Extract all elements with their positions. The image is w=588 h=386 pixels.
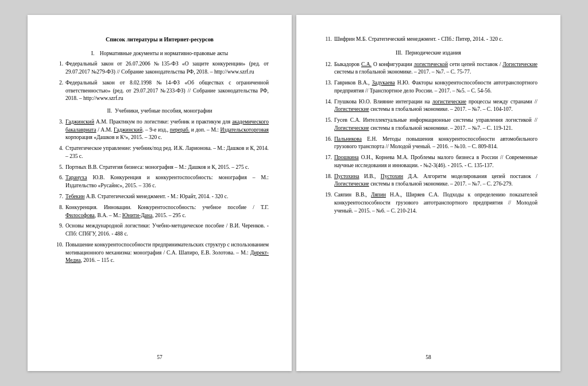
- ref-9: 9. Основы международной логистики: Учебн…: [51, 222, 269, 238]
- ref-5: 5. Портных В.В. Стратегия бизнеса: моног…: [51, 164, 269, 172]
- ref-2: 2. Федеральный закон от 8.02.1998 №14-ФЗ…: [51, 79, 269, 103]
- section-3-heading: III. Периодические издания: [319, 49, 537, 57]
- ref-1: 1. Федеральный закон от 26.07.2006 №135-…: [51, 60, 269, 76]
- page-number-right: 58: [296, 354, 560, 362]
- underline-akad: академического: [232, 119, 269, 125]
- underline-tar: Тарануха: [65, 175, 87, 180]
- section-2-heading: II. Учебники, учебные пособия, монографи…: [51, 107, 269, 115]
- underline-pust2: Пустохин: [381, 173, 403, 179]
- underline-prosh: Прошкина: [334, 155, 359, 160]
- underline-log3: логистические: [432, 99, 466, 105]
- underline-log4: Логистические: [334, 106, 369, 112]
- ref-8: 8. Конкуренция. Инновации. Конкурентоспо…: [51, 204, 269, 220]
- underline-log1: логистической: [414, 61, 448, 67]
- underline-fil: Философова: [65, 213, 95, 218]
- underline-direkt: Директ-Медиа: [65, 250, 269, 264]
- underline-log2: Логистические: [502, 61, 537, 67]
- ref-6: 6. Тарануха Ю.В. Конкуренция и конкурент…: [51, 174, 269, 190]
- ref-14: 14. Глушкова Ю.О. Влияние интеграции на …: [319, 98, 537, 114]
- page-left-title: Список литературы и Интернет-ресурсов: [51, 36, 269, 44]
- ref-4: 4. Стратегическое управление: учебник/по…: [51, 145, 269, 161]
- underline-pal: Пальникова: [334, 136, 362, 142]
- underline-izdat: Издательскоторговая: [220, 127, 269, 133]
- underline-log5: Логистические: [334, 125, 369, 131]
- underline-pererab: перераб.: [170, 127, 189, 133]
- ref-11: 11. Шифрин М.Б. Стратегический менеджмен…: [319, 36, 537, 44]
- ref-12: 12. Быкадоров С.А. О конфигурации логист…: [319, 61, 537, 77]
- underline-zad: Задукаева: [372, 80, 395, 86]
- ref-13: 13. Гавриков В.А., Задукаева Н.Ю. Фактор…: [319, 79, 537, 95]
- ref-3: 3. Гаджинский А.М. Практикум по логистик…: [51, 118, 269, 142]
- ref-19: 19. Саяпин В.В., Ляпин Н.А., Ширяев С.А.…: [319, 191, 537, 215]
- ref-15: 15. Гусев С.А. Интеллектуальные информац…: [319, 117, 537, 133]
- ref-7: 7. Тебекин А.В. Стратегический менеджмен…: [51, 193, 269, 201]
- underline-yuniti: Юнити-Дана: [122, 213, 152, 218]
- underline-bakal: бакалавриата: [65, 127, 96, 133]
- page-left: Список литературы и Интернет-ресурсов I.…: [28, 15, 292, 371]
- page-number-left: 57: [28, 354, 292, 362]
- underline-gadj2: Гаджинский: [114, 127, 142, 133]
- ref-17: 17. Прошкина О.Н., Корнева М.А. Проблемы…: [319, 154, 537, 170]
- underline-pust1: Пустохина: [334, 173, 359, 179]
- ref-18: 18. Пустохина И.В., Пустохин Д.А. Алгори…: [319, 173, 537, 189]
- underline-ca: С.А.: [361, 61, 372, 67]
- underline-teb: Тебекин: [65, 194, 84, 199]
- ref-10: 10. Повышение конкурентоспособности пред…: [51, 241, 269, 265]
- underline-log6: Логистические: [334, 181, 369, 187]
- underline-gadj: Гаджинский: [65, 119, 94, 125]
- section-1-heading: I. Нормативные документы и нормативно-пр…: [51, 50, 269, 58]
- ref-16: 16. Пальникова Е.Н. Методы повышения кон…: [319, 136, 537, 152]
- underline-lyap: Ляпин: [371, 192, 386, 198]
- page-right: 11. Шифрин М.Б. Стратегический менеджмен…: [296, 15, 560, 371]
